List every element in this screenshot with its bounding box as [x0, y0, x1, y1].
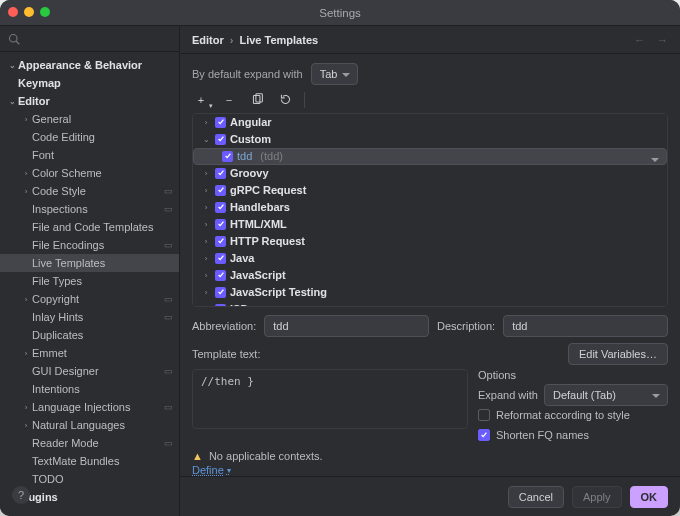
template-group[interactable]: ⌄Custom: [193, 131, 667, 148]
description-label: Description:: [437, 320, 495, 332]
sidebar-item-duplicates[interactable]: Duplicates: [0, 326, 179, 344]
checkbox[interactable]: [215, 270, 226, 281]
context-warning: ▲ No applicable contexts.: [192, 450, 668, 462]
sidebar-item-file-encodings[interactable]: File Encodings▭: [0, 236, 179, 254]
sidebar-item-editor[interactable]: ⌄Editor: [0, 92, 179, 110]
shorten-fq-checkbox[interactable]: [478, 429, 490, 441]
expand-with-option-select[interactable]: Default (Tab): [544, 384, 668, 406]
sidebar-item-emmet[interactable]: ›Emmet: [0, 344, 179, 362]
shorten-fq-label: Shorten FQ names: [496, 429, 589, 441]
nav-back-icon[interactable]: ←: [634, 34, 645, 46]
sidebar-item-language-injections[interactable]: ›Language Injections▭: [0, 398, 179, 416]
project-scope-icon: ▭: [164, 402, 173, 412]
window-title: Settings: [319, 7, 361, 19]
breadcrumb-bar: Editor›Live Templates ← →: [180, 26, 680, 54]
template-group[interactable]: ›JavaScript: [193, 267, 667, 284]
template-group[interactable]: ›HTTP Request: [193, 233, 667, 250]
breadcrumb: Editor›Live Templates: [192, 34, 318, 46]
add-template-button[interactable]: +▾: [192, 91, 210, 109]
project-scope-icon: ▭: [164, 366, 173, 376]
options-title: Options: [478, 369, 668, 381]
cancel-button[interactable]: Cancel: [508, 486, 564, 508]
template-editor[interactable]: //then }: [192, 369, 468, 429]
sidebar-item-inspections[interactable]: Inspections▭: [0, 200, 179, 218]
project-scope-icon: ▭: [164, 294, 173, 304]
sidebar-item-appearance-behavior[interactable]: ⌄Appearance & Behavior: [0, 56, 179, 74]
abbrev-input[interactable]: [264, 315, 429, 337]
template-group[interactable]: ›Groovy: [193, 165, 667, 182]
dialog-footer: Cancel Apply OK: [180, 476, 680, 516]
sidebar-item-intentions[interactable]: Intentions: [0, 380, 179, 398]
sidebar-item-inlay-hints[interactable]: Inlay Hints▭: [0, 308, 179, 326]
sidebar-item-copyright[interactable]: ›Copyright▭: [0, 290, 179, 308]
expand-with-label: By default expand with: [192, 68, 303, 80]
revert-template-button[interactable]: [276, 91, 294, 109]
sidebar-item-file-and-code-templates[interactable]: File and Code Templates: [0, 218, 179, 236]
search-bar[interactable]: [0, 26, 179, 52]
search-icon: [8, 33, 20, 45]
sidebar-item-todo[interactable]: TODO: [0, 470, 179, 488]
checkbox[interactable]: [215, 134, 226, 145]
checkbox[interactable]: [215, 168, 226, 179]
help-button[interactable]: ?: [12, 486, 30, 504]
sidebar-item-general[interactable]: ›General: [0, 110, 179, 128]
options-panel: Options Expand with Default (Tab) Reform…: [478, 369, 668, 445]
template-group[interactable]: ›HTML/XML: [193, 216, 667, 233]
sidebar: ⌄Appearance & BehaviorKeymap⌄Editor›Gene…: [0, 26, 180, 516]
minimize-window-button[interactable]: [24, 7, 34, 17]
define-context-link[interactable]: Define ▾: [192, 464, 668, 476]
template-toolbar: +▾ −: [192, 86, 668, 112]
template-group[interactable]: ›Java: [193, 250, 667, 267]
sidebar-item-live-templates[interactable]: Live Templates: [0, 254, 179, 272]
description-input[interactable]: [503, 315, 668, 337]
edit-variables-button[interactable]: Edit Variables…: [568, 343, 668, 365]
checkbox[interactable]: [215, 202, 226, 213]
nav-forward-icon[interactable]: →: [657, 34, 668, 46]
sidebar-item-color-scheme[interactable]: ›Color Scheme: [0, 164, 179, 182]
reformat-checkbox[interactable]: [478, 409, 490, 421]
close-window-button[interactable]: [8, 7, 18, 17]
settings-tree[interactable]: ⌄Appearance & BehaviorKeymap⌄Editor›Gene…: [0, 52, 179, 516]
warning-icon: ▲: [192, 450, 203, 462]
template-group[interactable]: ›Angular: [193, 114, 667, 131]
settings-window: Settings ⌄Appearance & BehaviorKeymap⌄Ed…: [0, 0, 680, 516]
expand-with-option-label: Expand with: [478, 389, 538, 401]
checkbox[interactable]: [222, 151, 233, 162]
sidebar-item-file-types[interactable]: File Types: [0, 272, 179, 290]
traffic-lights: [8, 7, 50, 17]
template-form: Abbreviation: Description:: [192, 315, 668, 337]
template-group[interactable]: ⌄ISD: [193, 301, 667, 307]
sidebar-item-code-style[interactable]: ›Code Style▭: [0, 182, 179, 200]
reformat-label: Reformat according to style: [496, 409, 630, 421]
checkbox[interactable]: [215, 287, 226, 298]
apply-button[interactable]: Apply: [572, 486, 622, 508]
template-group[interactable]: ›JavaScript Testing: [193, 284, 667, 301]
project-scope-icon: ▭: [164, 438, 173, 448]
remove-template-button[interactable]: −: [220, 91, 238, 109]
sidebar-item-code-editing[interactable]: Code Editing: [0, 128, 179, 146]
template-group[interactable]: ›Handlebars: [193, 199, 667, 216]
checkbox[interactable]: [215, 253, 226, 264]
copy-template-button[interactable]: [248, 91, 266, 109]
zoom-window-button[interactable]: [40, 7, 50, 17]
template-item[interactable]: tdd(tdd): [193, 148, 667, 165]
sidebar-item-keymap[interactable]: Keymap: [0, 74, 179, 92]
titlebar: Settings: [0, 0, 680, 26]
svg-line-1: [16, 41, 19, 44]
checkbox[interactable]: [215, 304, 226, 307]
template-tree[interactable]: ›Angular⌄Customtdd(tdd)›Groovy›gRPC Requ…: [192, 113, 668, 307]
checkbox[interactable]: [215, 117, 226, 128]
checkbox[interactable]: [215, 236, 226, 247]
template-group[interactable]: ›gRPC Request: [193, 182, 667, 199]
sidebar-item-textmate-bundles[interactable]: TextMate Bundles: [0, 452, 179, 470]
abbrev-label: Abbreviation:: [192, 320, 256, 332]
sidebar-item-font[interactable]: Font: [0, 146, 179, 164]
svg-point-0: [10, 34, 18, 42]
expand-with-select[interactable]: Tab: [311, 63, 359, 85]
sidebar-item-reader-mode[interactable]: Reader Mode▭: [0, 434, 179, 452]
checkbox[interactable]: [215, 219, 226, 230]
sidebar-item-natural-languages[interactable]: ›Natural Languages: [0, 416, 179, 434]
sidebar-item-gui-designer[interactable]: GUI Designer▭: [0, 362, 179, 380]
ok-button[interactable]: OK: [630, 486, 669, 508]
checkbox[interactable]: [215, 185, 226, 196]
